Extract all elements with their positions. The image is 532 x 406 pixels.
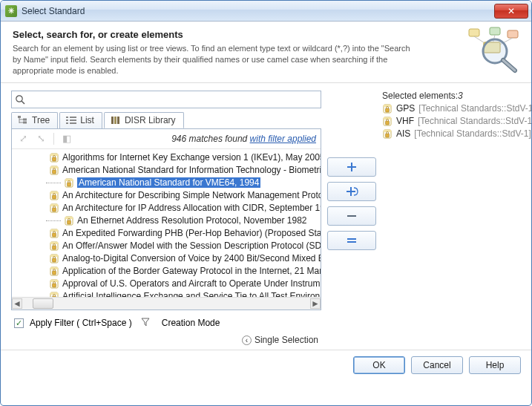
- svg-rect-32: [53, 170, 56, 174]
- svg-rect-50: [53, 246, 56, 249]
- scroll-left-arrow[interactable]: ◄: [12, 298, 22, 309]
- selected-item[interactable]: GPS [Technical Standards::StdV-1]: [382, 102, 532, 115]
- locked-standard-icon: [49, 191, 59, 200]
- results-toolbar: ⤢ ⤡ ◧ 946 matches found with filter appl…: [12, 129, 321, 148]
- locked-standard-icon: [64, 216, 74, 226]
- apply-filter-label: Apply Filter ( Ctrl+Space ): [30, 318, 132, 328]
- locked-standard-icon: [49, 153, 59, 163]
- list-item-label: American National Standard for Informati…: [62, 165, 321, 175]
- list-item[interactable]: An Ethernet Address Resolution Protocol,…: [15, 215, 319, 227]
- selected-elements-list[interactable]: GPS [Technical Standards::StdV-1]VHF [Te…: [382, 102, 532, 327]
- svg-rect-20: [66, 119, 68, 121]
- ok-button[interactable]: OK: [353, 356, 405, 374]
- svg-rect-23: [70, 122, 76, 124]
- filter-applied-link[interactable]: with filter applied: [250, 134, 316, 144]
- svg-rect-47: [53, 233, 56, 237]
- list-item[interactable]: Algorithms for Internet Key Exchange ver…: [15, 151, 319, 164]
- tab-list[interactable]: List: [59, 112, 102, 128]
- cancel-button[interactable]: Cancel: [411, 356, 463, 374]
- remove-button[interactable]: [327, 206, 376, 226]
- list-item[interactable]: Application of the Border Gateway Protoc…: [15, 265, 319, 278]
- selected-elements-count: 3: [458, 91, 463, 101]
- tab-disr-label: DISR Library: [125, 115, 176, 125]
- list-item-label: An Ethernet Address Resolution Protocol,…: [77, 215, 307, 226]
- minus-icon: [345, 209, 358, 223]
- funnel-icon[interactable]: [141, 318, 150, 329]
- selected-item-qualifier: [Technical Standards::StdV-1]: [418, 116, 532, 126]
- results-tree[interactable]: Algorithms for Internet Key Exchange ver…: [12, 148, 321, 297]
- toolbar-action-icon: ◧: [60, 133, 73, 144]
- list-item-label: Approval of U.S. Operators and Aircraft …: [62, 278, 321, 289]
- locked-standard-icon: [49, 203, 59, 213]
- svg-rect-35: [68, 183, 71, 186]
- svg-rect-25: [114, 117, 116, 124]
- svg-rect-21: [70, 119, 76, 121]
- svg-rect-29: [53, 157, 56, 161]
- help-button[interactable]: Help: [469, 356, 521, 374]
- svg-rect-22: [66, 122, 68, 124]
- list-item[interactable]: An Architecture for Describing Simple Ne…: [15, 189, 319, 202]
- list-item[interactable]: An Offer/Answer Model with the Session D…: [15, 240, 319, 252]
- selected-item-qualifier: [Technical Standards::StdV-1]: [418, 103, 532, 114]
- close-button[interactable]: ✕: [494, 4, 528, 19]
- selected-item[interactable]: AIS [Technical Standards::StdV-1]: [382, 128, 532, 140]
- single-selection-toggle[interactable]: ‹ Single Selection: [242, 335, 318, 345]
- toolbar-separator: [53, 133, 54, 145]
- selected-item-name: VHF: [396, 116, 414, 126]
- list-item[interactable]: Approval of U.S. Operators and Aircraft …: [15, 278, 319, 290]
- selected-item-name: AIS: [396, 128, 410, 139]
- results-panel: ⤢ ⤡ ◧ 946 matches found with filter appl…: [11, 128, 321, 310]
- locked-standard-icon: [382, 117, 393, 126]
- match-count: 946 matches found with filter applied: [171, 134, 316, 144]
- list-icon: [66, 116, 76, 125]
- svg-rect-19: [70, 117, 76, 118]
- list-item-label: An Offer/Answer Model with the Session D…: [62, 240, 321, 251]
- list-item[interactable]: American National Standard for Informati…: [15, 164, 319, 177]
- svg-rect-44: [68, 220, 71, 224]
- list-item[interactable]: Analog-to-Digital Conversion of Voice by…: [15, 252, 319, 265]
- double-minus-icon: [345, 234, 358, 247]
- tab-disr-library[interactable]: DISR Library: [104, 112, 184, 128]
- dialog-button-bar: OK Cancel Help: [1, 350, 531, 380]
- search-icon: [15, 94, 25, 107]
- view-tabs: Tree List DISR Library: [11, 112, 321, 129]
- list-item-label: Analog-to-Digital Conversion of Voice by…: [62, 253, 321, 263]
- add-recursive-button[interactable]: [327, 182, 376, 201]
- locked-standard-icon: [49, 229, 59, 238]
- expand-icon: ⤢: [16, 133, 30, 144]
- library-icon: [111, 116, 121, 125]
- tab-tree[interactable]: Tree: [11, 112, 58, 128]
- svg-rect-0: [469, 29, 479, 36]
- locked-standard-icon: [49, 266, 59, 276]
- svg-line-9: [503, 60, 515, 71]
- svg-rect-15: [23, 119, 27, 121]
- list-item[interactable]: An Expedited Forwarding PHB (Per-Hop Beh…: [15, 227, 319, 240]
- scroll-thumb[interactable]: [33, 298, 53, 309]
- horizontal-scrollbar[interactable]: ◄ ►: [12, 297, 321, 310]
- list-item[interactable]: American National Standard for VME64, 19…: [15, 177, 319, 189]
- remove-all-button[interactable]: [327, 231, 376, 250]
- svg-rect-56: [53, 271, 56, 275]
- tab-tree-label: Tree: [32, 115, 50, 125]
- locked-standard-icon: [49, 292, 59, 297]
- svg-rect-75: [386, 121, 390, 125]
- list-item[interactable]: An Architecture for IP Address Allocatio…: [15, 202, 319, 215]
- locked-standard-icon: [49, 166, 59, 175]
- selected-item[interactable]: VHF [Technical Standards::StdV-1]: [382, 115, 532, 128]
- apply-filter-checkbox[interactable]: ✓: [14, 318, 24, 328]
- selected-item-name: GPS: [396, 103, 415, 114]
- add-button[interactable]: [327, 157, 376, 177]
- search-input[interactable]: [11, 91, 321, 108]
- header-heading: Select, search for, or create elements: [13, 29, 519, 40]
- tab-list-label: List: [80, 115, 94, 125]
- svg-line-11: [22, 101, 24, 104]
- svg-rect-59: [53, 284, 56, 287]
- creation-mode-label[interactable]: Creation Mode: [162, 318, 220, 328]
- tree-connector: [46, 183, 61, 183]
- scroll-right-arrow[interactable]: ►: [310, 298, 321, 309]
- list-item[interactable]: Artificial Intelligence Exchange and Ser…: [15, 290, 319, 297]
- locked-standard-icon: [382, 129, 393, 139]
- locked-standard-icon: [64, 178, 74, 188]
- plus-recursive-icon: [344, 185, 359, 198]
- close-icon: ✕: [508, 6, 515, 16]
